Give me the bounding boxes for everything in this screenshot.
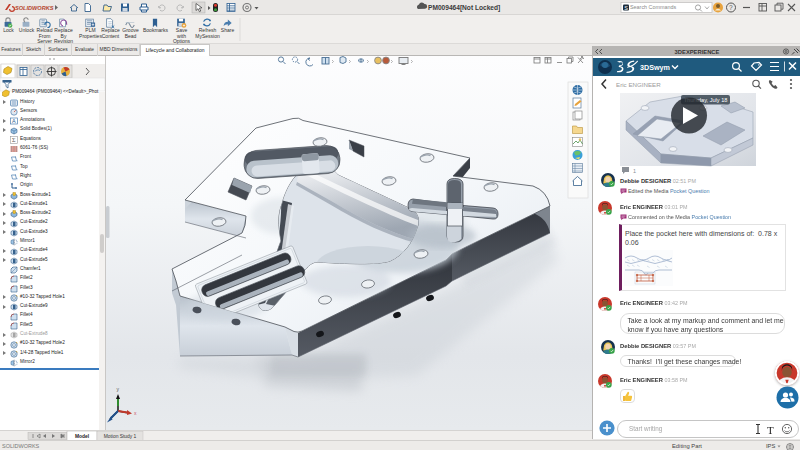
svg-text:y: y [117, 386, 120, 392]
svg-text:PM009464[Not Locked]: PM009464[Not Locked] [428, 4, 500, 12]
svg-text:Search Commands: Search Commands [630, 4, 676, 10]
svg-text:SOLIDWORKS: SOLIDWORKS [15, 5, 54, 11]
svg-text:A: A [12, 118, 16, 124]
svg-text:T: T [767, 424, 774, 436]
svg-text:S: S [624, 5, 628, 11]
svg-text:Motion Study 1: Motion Study 1 [104, 434, 137, 439]
svg-text:?: ? [729, 4, 733, 11]
svg-text:Σ: Σ [12, 137, 16, 143]
svg-text:x: x [134, 410, 137, 416]
svg-text:Model: Model [75, 434, 90, 439]
